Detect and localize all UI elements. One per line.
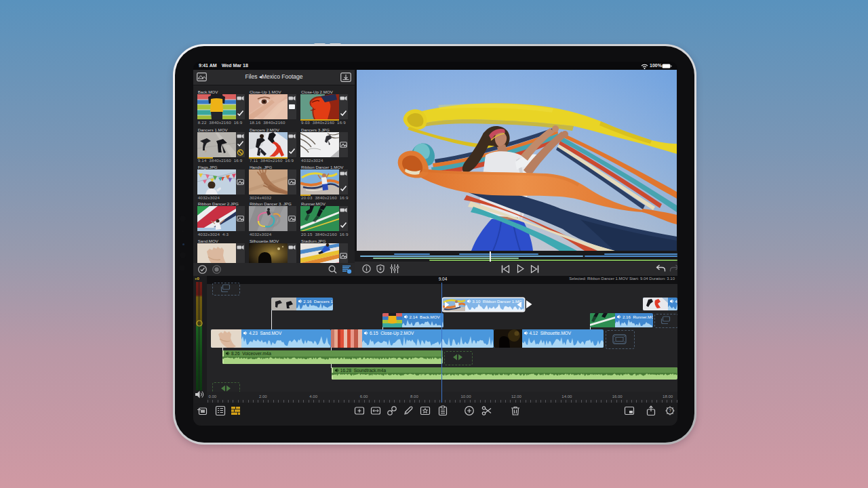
svg-text:?: ? bbox=[669, 408, 671, 413]
